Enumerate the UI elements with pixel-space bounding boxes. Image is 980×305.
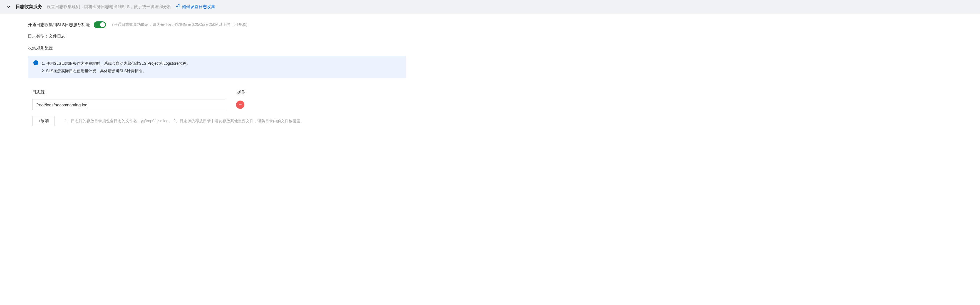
remove-button[interactable] — [236, 100, 244, 109]
table-row — [28, 98, 406, 115]
log-sources-table: 日志源 操作 +添加 1、日志源的存放目录须包含日志的文件名，如/tmp0/cj… — [28, 86, 406, 126]
help-link[interactable]: 如何设置日志收集 — [176, 4, 215, 10]
info-text: 1. 使用SLS日志服务作为消费端时，系统会自动为您创建SLS Project和… — [42, 60, 190, 75]
footer-tip: 1、日志源的存放目录须包含日志的文件名，如/tmp0/cjsc.log。 2、日… — [65, 119, 304, 124]
table-header: 日志源 操作 — [28, 86, 406, 98]
info-line-2: 2. SLS按您实际日志使用量计费，具体请参考SLS计费标准。 — [42, 67, 190, 75]
enable-hint: （开通日志收集功能后，请为每个应用实例预留0.25Core 250M以上的可用资… — [110, 22, 250, 27]
add-button[interactable]: +添加 — [32, 116, 55, 126]
chevron-down-icon[interactable] — [6, 4, 11, 10]
log-type-label: 日志类型： — [28, 33, 49, 38]
info-box: 1. 使用SLS日志服务作为消费端时，系统会自动为您创建SLS Project和… — [28, 56, 406, 78]
col-header-source: 日志源 — [32, 89, 237, 95]
log-type-row: 日志类型：文件日志 — [28, 33, 406, 39]
svg-point-0 — [36, 62, 36, 62]
enable-label: 开通日志收集到SLS日志服务功能 — [28, 22, 90, 27]
log-path-input[interactable] — [32, 99, 225, 110]
col-header-action: 操作 — [237, 89, 265, 95]
enable-toggle[interactable] — [94, 21, 106, 28]
help-link-label: 如何设置日志收集 — [182, 4, 215, 10]
info-icon — [33, 60, 38, 65]
rule-section-title: 收集规则配置 — [28, 46, 406, 51]
content-area: 开通日志收集到SLS日志服务功能 （开通日志收集功能后，请为每个应用实例预留0.… — [0, 14, 434, 135]
enable-row: 开通日志收集到SLS日志服务功能 （开通日志收集功能后，请为每个应用实例预留0.… — [28, 21, 406, 28]
table-footer: +添加 1、日志源的存放目录须包含日志的文件名，如/tmp0/cjsc.log。… — [28, 115, 406, 126]
section-title: 日志收集服务 — [16, 4, 42, 10]
section-description: 设置日志收集规则，能将业务日志输出到SLS，便于统一管理和分析 — [47, 4, 171, 10]
link-icon — [176, 4, 180, 10]
section-header: 日志收集服务 设置日志收集规则，能将业务日志输出到SLS，便于统一管理和分析 如… — [0, 0, 980, 14]
log-type-value: 文件日志 — [49, 33, 65, 38]
info-line-1: 1. 使用SLS日志服务作为消费端时，系统会自动为您创建SLS Project和… — [42, 60, 190, 67]
